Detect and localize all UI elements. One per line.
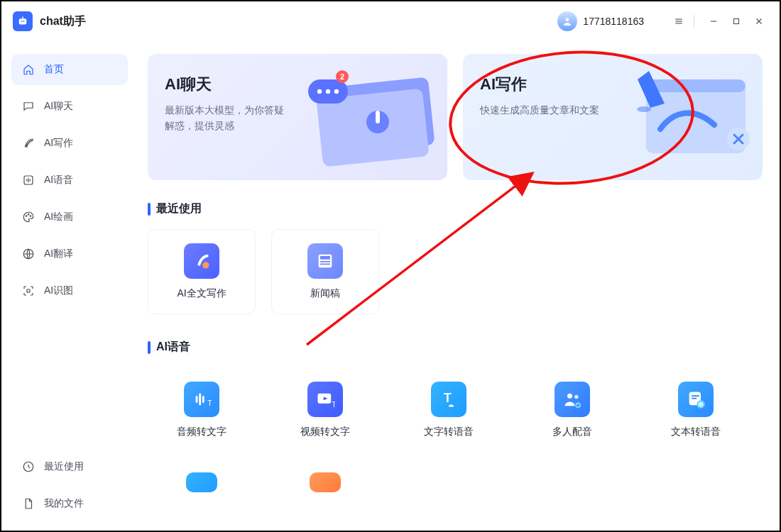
svg-rect-46 [692,395,699,397]
sidebar-item-label: AI翻译 [44,248,73,260]
tile-label: 新闻稿 [310,287,340,300]
svg-point-42 [567,394,572,399]
svg-text:2: 2 [340,72,344,81]
svg-point-33 [202,262,209,268]
svg-point-43 [574,395,578,399]
svg-point-13 [26,216,27,217]
tile-multi-dubbing[interactable]: 多人配音 [518,367,626,453]
svg-rect-3 [22,16,23,18]
user-avatar[interactable] [557,11,577,31]
audio-wave-icon: T [184,382,219,417]
sidebar-item-label: 最近使用 [44,460,84,473]
section-accent-bar [148,203,151,216]
svg-text:T: T [332,400,335,409]
sidebar-item-label: AI语音 [44,174,73,187]
sidebar-item-paint[interactable]: AI绘画 [11,201,128,233]
generic-icon [186,472,217,492]
feather-icon [21,136,36,150]
main-area: AI聊天 最新版本大模型，为你答疑解惑，提供灵感 2 AI写作 快速生成高质量文… [136,41,780,531]
video-play-icon: T [307,382,343,417]
tile-video-to-text[interactable]: T 视频转文字 [271,367,379,453]
sidebar-item-files[interactable]: 我的文件 [11,488,128,519]
hero-desc: 最新版本大模型，为你答疑解惑，提供灵感 [165,102,285,134]
tile-audio-to-text[interactable]: T 音频转文字 [148,367,256,453]
user-name[interactable]: 17718118163 [583,16,644,27]
sidebar-item-recent[interactable]: 最近使用 [11,451,128,482]
svg-text:T: T [207,399,212,407]
tile-partial[interactable] [148,467,256,495]
feather-pen-icon [184,243,219,279]
svg-point-14 [28,214,29,216]
sidebar-item-label: 首页 [44,63,64,76]
translate-icon [21,247,36,261]
svg-point-25 [326,89,330,94]
minimize-button[interactable] [704,12,723,31]
svg-point-15 [30,216,31,217]
sidebar-item-chat[interactable]: AI聊天 [11,91,128,122]
sidebar-item-label: 我的文件 [44,497,84,510]
svg-rect-22 [376,111,380,123]
hero-desc: 快速生成高质量文章和文案 [480,102,601,118]
svg-rect-47 [692,398,697,399]
voice-icon [21,173,36,187]
news-icon [307,243,343,279]
svg-text:T: T [444,391,452,405]
section-accent-bar [148,341,151,354]
hero-card-chat[interactable]: AI聊天 最新版本大模型，为你答疑解惑，提供灵感 2 [148,54,447,180]
divider [694,15,694,28]
maximize-button[interactable] [727,12,746,31]
tile-label: 音频转文字 [177,426,226,438]
sidebar-item-translate[interactable]: AI翻译 [11,238,128,270]
history-icon [21,460,36,474]
sidebar-item-home[interactable]: 首页 [11,54,128,85]
svg-point-24 [317,89,322,94]
tile-partial[interactable] [271,467,379,495]
sidebar-item-label: AI聊天 [44,100,73,113]
svg-rect-0 [19,18,27,24]
titlebar: chat助手 17718118163 [1,1,780,41]
svg-rect-37 [320,264,330,265]
hero-write-illustration [613,61,755,174]
document-sound-icon [678,382,714,417]
svg-rect-36 [320,261,330,262]
generic-icon [310,472,341,492]
scan-icon [21,284,36,298]
sidebar-item-label: AI写作 [44,137,73,150]
people-icon [555,382,590,417]
tile-label: 文本转语音 [671,426,721,438]
svg-rect-30 [646,79,746,92]
tile-label: 视频转文字 [300,426,350,438]
svg-rect-35 [320,256,330,260]
tile-text-to-speech[interactable]: 文本转语音 [642,367,750,453]
sidebar-item-label: AI识图 [44,284,73,297]
tile-label: 文字转语音 [424,426,474,438]
svg-point-31 [637,106,651,112]
app-logo-icon [13,11,33,31]
sidebar-item-label: AI绘画 [44,211,73,223]
svg-point-17 [27,289,31,293]
sidebar-item-image[interactable]: AI识图 [11,275,128,306]
app-title: chat助手 [40,14,86,29]
sidebar-item-write[interactable]: AI写作 [11,128,128,159]
section-header-voice: AI语音 [148,340,763,355]
palette-icon [21,210,36,224]
close-button[interactable] [750,12,768,31]
svg-point-4 [566,18,569,21]
hero-chat-illustration: 2 [298,61,440,174]
svg-point-1 [21,21,23,22]
svg-point-26 [334,89,339,94]
svg-rect-9 [734,19,739,24]
section-header-recent: 最近使用 [148,201,763,216]
menu-button[interactable] [670,12,688,31]
section-title: AI语音 [156,340,190,355]
chat-icon [21,99,36,113]
tile-news-draft[interactable]: 新闻稿 [271,229,379,314]
text-sound-icon: T [431,382,466,417]
file-icon [21,497,36,511]
svg-point-2 [23,21,25,22]
tile-text-to-voice[interactable]: T 文字转语音 [395,367,503,453]
sidebar: 首页 AI聊天 AI写作 AI语音 AI绘画 AI翻译 AI识图 最 [1,41,136,531]
hero-card-write[interactable]: AI写作 快速生成高质量文章和文案 [463,54,763,180]
tile-ai-full-write[interactable]: AI全文写作 [148,229,256,314]
sidebar-item-voice[interactable]: AI语音 [11,165,128,196]
